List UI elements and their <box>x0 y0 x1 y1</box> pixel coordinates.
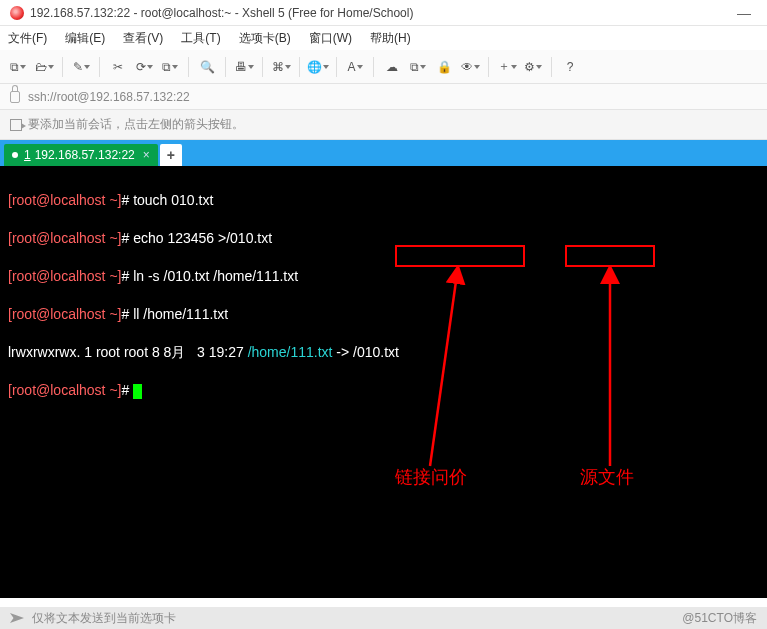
toolbar-sep <box>373 57 374 77</box>
menu-edit[interactable]: 编辑(E) <box>65 30 105 47</box>
help-button[interactable]: ? <box>558 55 582 79</box>
tip-bar: 要添加当前会话，点击左侧的箭头按钮。 <box>0 110 767 140</box>
props-icon: ⧉ <box>162 60 171 74</box>
annotation-arrow-source <box>565 266 655 476</box>
annotation-label-source: 源文件 <box>580 468 634 487</box>
font-icon: A <box>347 60 355 74</box>
session-tab[interactable]: 1 192.168.57.132:22 × <box>4 144 158 166</box>
ls-target: /010.txt <box>353 344 399 360</box>
minimize-button[interactable]: — <box>731 5 757 21</box>
plus-small-icon: + <box>167 147 175 163</box>
command-1: touch 010.txt <box>133 192 213 208</box>
cursor-icon <box>133 384 142 399</box>
annotation-arrow-link <box>395 266 525 476</box>
toolbar: ⧉ 🗁 ✎ ✂ ⟳ ⧉ 🔍 🖶 ⌘ 🌐 A ☁ ⧉ 🔒 👁 ＋ ⚙ ? <box>0 50 767 84</box>
toolbar-sep <box>62 57 63 77</box>
language-button[interactable]: 🌐 <box>306 55 330 79</box>
new-session-button[interactable]: ⧉ <box>6 55 30 79</box>
eye-icon: 👁 <box>461 60 473 74</box>
tab-close-button[interactable]: × <box>143 148 150 162</box>
toolbar-sep <box>225 57 226 77</box>
newtab-icon: ⧉ <box>10 60 19 74</box>
panes-button[interactable]: ⧉ <box>406 55 430 79</box>
ls-link-name: /home/111.txt <box>248 344 333 360</box>
open-icon: 🗁 <box>35 60 47 74</box>
code-icon: ⌘ <box>272 60 284 74</box>
encoding-button[interactable]: ⌘ <box>269 55 293 79</box>
plus-icon: ＋ <box>498 58 510 75</box>
status-dot-icon <box>12 152 18 158</box>
terminal-line: [root@localhost ~]# ln -s /010.txt /home… <box>8 267 759 286</box>
address-bar: ssh://root@192.168.57.132:22 <box>0 84 767 110</box>
print-icon: 🖶 <box>235 60 247 74</box>
annotation-box-source <box>565 245 655 267</box>
help-icon: ? <box>567 60 574 74</box>
lock-button[interactable]: 🔒 <box>432 55 456 79</box>
terminal-line: [root@localhost ~]# <box>8 381 759 400</box>
tab-strip: 1 192.168.57.132:22 × + <box>0 140 767 166</box>
toolbar-sep <box>336 57 337 77</box>
toolbar-sep <box>299 57 300 77</box>
terminal-line: [root@localhost ~]# touch 010.txt <box>8 191 759 210</box>
print-button[interactable]: 🖶 <box>232 55 256 79</box>
search-icon: 🔍 <box>200 60 215 74</box>
gear-icon: ⚙ <box>524 60 535 74</box>
terminal[interactable]: [root@localhost ~]# touch 010.txt [root@… <box>0 166 767 598</box>
lock-small-icon <box>10 91 20 103</box>
settings-button[interactable]: ⚙ <box>521 55 545 79</box>
transfer-button[interactable]: ☁ <box>380 55 404 79</box>
toolbar-sep <box>262 57 263 77</box>
menu-tools[interactable]: 工具(T) <box>181 30 220 47</box>
properties-button[interactable]: ⧉ <box>158 55 182 79</box>
tab-label: 192.168.57.132:22 <box>35 148 135 162</box>
send-icon <box>10 613 24 623</box>
reload-icon: ⟳ <box>136 60 146 74</box>
menu-tabs[interactable]: 选项卡(B) <box>239 30 291 47</box>
highlight-button[interactable]: ✎ <box>69 55 93 79</box>
command-3: ln -s /010.txt /home/111.txt <box>133 268 298 284</box>
two-icon: ⧉ <box>410 60 419 74</box>
footer-hint: 仅将文本发送到当前选项卡 <box>32 610 176 627</box>
open-button[interactable]: 🗁 <box>32 55 56 79</box>
window-title: 192.168.57.132:22 - root@localhost:~ - X… <box>30 6 413 20</box>
menu-bar: 文件(F) 编辑(E) 查看(V) 工具(T) 选项卡(B) 窗口(W) 帮助(… <box>0 26 767 50</box>
add-button[interactable]: ＋ <box>495 55 519 79</box>
app-logo-icon <box>10 6 24 20</box>
tip-text: 要添加当前会话，点击左侧的箭头按钮。 <box>28 116 244 133</box>
reconnect-button[interactable]: ⟳ <box>132 55 156 79</box>
globe-icon: 🌐 <box>307 60 322 74</box>
annotation-label-link: 链接问价 <box>395 468 467 487</box>
cloud-icon: ☁ <box>386 60 398 74</box>
toolbar-sep <box>99 57 100 77</box>
menu-view[interactable]: 查看(V) <box>123 30 163 47</box>
command-4: ll /home/111.txt <box>133 306 228 322</box>
find-button[interactable]: 🔍 <box>195 55 219 79</box>
tip-arrow-icon[interactable] <box>10 119 22 131</box>
tab-number: 1 <box>24 148 31 162</box>
toolbar-sep <box>188 57 189 77</box>
toolbar-sep <box>551 57 552 77</box>
font-button[interactable]: A <box>343 55 367 79</box>
command-2: echo 123456 >/010.txt <box>133 230 272 246</box>
ls-arrow: -> <box>332 344 353 360</box>
title-bar: 192.168.57.132:22 - root@localhost:~ - X… <box>0 0 767 26</box>
watermark: @51CTO博客 <box>682 610 757 627</box>
menu-help[interactable]: 帮助(H) <box>370 30 411 47</box>
view-button[interactable]: 👁 <box>458 55 482 79</box>
menu-file[interactable]: 文件(F) <box>8 30 47 47</box>
terminal-line: lrwxrwxrwx. 1 root root 8 8月 3 19:27 /ho… <box>8 343 759 362</box>
terminal-line: [root@localhost ~]# ll /home/111.txt <box>8 305 759 324</box>
lock-icon: 🔒 <box>437 60 452 74</box>
address-url[interactable]: ssh://root@192.168.57.132:22 <box>28 90 190 104</box>
svg-line-0 <box>430 274 457 466</box>
new-tab-button[interactable]: + <box>160 144 182 166</box>
status-bar: 仅将文本发送到当前选项卡 @51CTO博客 <box>0 607 767 629</box>
toolbar-sep <box>488 57 489 77</box>
annotation-box-link <box>395 245 525 267</box>
menu-window[interactable]: 窗口(W) <box>309 30 352 47</box>
brush-icon: ✎ <box>73 60 83 74</box>
cut-button[interactable]: ✂ <box>106 55 130 79</box>
ls-output-perm: lrwxrwxrwx. 1 root root 8 8月 3 19:27 <box>8 344 248 360</box>
scissors-icon: ✂ <box>113 60 123 74</box>
